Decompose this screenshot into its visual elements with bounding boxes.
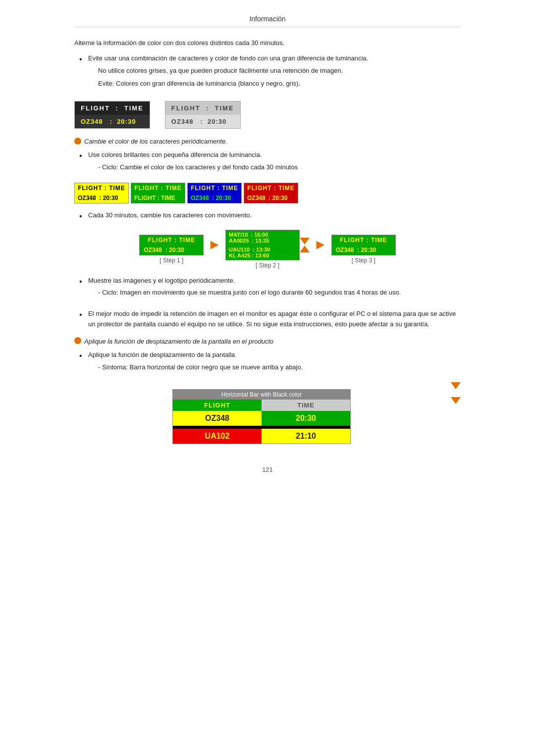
step2-header: MAT/10 : 16:00AA0025 : 13:35: [226, 230, 299, 245]
sub-bullet-1a: No utilice colores grises, ya que pueden…: [98, 66, 461, 76]
bullet-3-content: Cada 30 minutos, cambie los caracteres c…: [88, 210, 461, 221]
bullet-5: • El mejor modo de impedir la retención …: [79, 309, 461, 330]
bullet-6: • Aplique la función de desplazamiento d…: [79, 350, 461, 376]
hbar-row2: UA102 21:10: [173, 429, 350, 444]
step1-label: [ Step 1 ]: [160, 257, 183, 264]
flight-box-light-header: FLIGHT : TIME: [165, 101, 240, 115]
bullet-dot-6: •: [79, 351, 88, 361]
step-2-group: MAT/10 : 16:00AA0025 : 13:35 UAU110 : 13…: [225, 230, 310, 269]
cycle-box-1-header: FLIGHT : TIME: [75, 183, 128, 193]
flight-box-dark-header: FLIGHT : TIME: [75, 101, 150, 115]
hbar-col1-header: FLIGHT: [173, 400, 262, 411]
cycle-box-4: FLIGHT : TIME OZ348 : 20:30: [244, 183, 298, 203]
demo-row-1: FLIGHT : TIME OZ348 : 20:30 FLIGHT : TIM…: [74, 101, 461, 129]
step-1-group: FLIGHT : TIME OZ348 : 20:30 [ Step 1 ]: [139, 235, 204, 264]
hbar-header-row: FLIGHT TIME: [173, 400, 350, 411]
cycle-box-2-header: FLIGHT : TIME: [131, 183, 185, 193]
hbar-demo-wrapper: Horizontal Bar with Black color FLIGHT T…: [74, 382, 461, 451]
step3-label: [ Step 3 ]: [352, 257, 375, 264]
bullet-6-content: Aplique la función de desplazamiento de …: [88, 350, 461, 376]
flight-box-light-data: OZ348 : 20:30: [165, 115, 240, 128]
hbar-arrow-2: [451, 397, 461, 404]
cycle-box-1: FLIGHT : TIME OZ348 : 20:30: [74, 183, 129, 203]
flight-box-dark: FLIGHT : TIME OZ348 : 20:30: [74, 101, 150, 129]
arrow-up-1: [300, 246, 310, 252]
cycle-box-2: FLIGHT : TIME FLIGHT : TIME: [131, 183, 185, 203]
bullet-dot-1: •: [79, 54, 88, 65]
cycle-box-3: FLIGHT : TIME OZ348 : 20:30: [187, 183, 242, 203]
hbar-title: Horizontal Bar with Black color: [173, 390, 350, 400]
step2-with-arrows: MAT/10 : 16:00AA0025 : 13:35 UAU110 : 13…: [225, 230, 310, 260]
step3-data: OZ348 : 20:30: [332, 245, 395, 255]
italic-note-1: Cambie el color de los caracteres periód…: [74, 138, 461, 145]
hbar-row1-col2: 20:30: [262, 411, 350, 426]
sub-bullet-2a: - Ciclo: Cambie el color de los caracter…: [98, 162, 461, 173]
step3-header: FLIGHT : TIME: [332, 235, 395, 245]
hbar-row2-col1: UA102: [173, 429, 262, 444]
bullet-2: • Use colores brillantes con pequeña dif…: [79, 150, 461, 176]
step-box-2: MAT/10 : 16:00AA0025 : 13:35 UAU110 : 13…: [225, 230, 300, 260]
bullet-2-content: Use colores brillantes con pequeña difer…: [88, 150, 461, 176]
arrow-right-1: ►: [208, 237, 221, 252]
flight-box-light: FLIGHT : TIME OZ348 : 20:30: [165, 101, 241, 129]
bullet-1-content: Evite usar una combinación de caracteres…: [88, 53, 461, 92]
flight-box-dark-data: OZ348 : 20:30: [75, 115, 150, 128]
cycle-row: FLIGHT : TIME OZ348 : 20:30 FLIGHT : TIM…: [74, 183, 461, 203]
cycle-box-4-header: FLIGHT : TIME: [244, 183, 298, 193]
bullet-dot-3: •: [79, 211, 88, 222]
cycle-box-3-header: FLIGHT : TIME: [188, 183, 241, 193]
step-box-3: FLIGHT : TIME OZ348 : 20:30: [331, 235, 396, 255]
page-number: 121: [74, 466, 461, 473]
bullet-5-content: El mejor modo de impedir la retención de…: [88, 309, 461, 330]
bullet-dot-5: •: [79, 310, 88, 320]
sub-bullet-4a: - Ciclo: Imagen en movimiento que se mue…: [98, 288, 461, 298]
step-row: FLIGHT : TIME OZ348 : 20:30 [ Step 1 ] ►…: [74, 230, 461, 269]
step1-data: OZ348 : 20:30: [140, 245, 203, 255]
step2-arrows: [300, 238, 310, 252]
step-box-1: FLIGHT : TIME OZ348 : 20:30: [139, 235, 204, 255]
intro-text: Alterne la información de color con dos …: [74, 38, 461, 49]
bullet-4: • Muestre las imágenes y el logotipo per…: [79, 276, 461, 302]
step-3-group: FLIGHT : TIME OZ348 : 20:30 [ Step 3 ]: [331, 235, 396, 264]
cycle-box-2-data: FLIGHT : TIME: [131, 193, 185, 203]
arrow-right-2: ►: [314, 237, 327, 252]
page-title: Información: [74, 15, 461, 27]
bullet-4-content: Muestre las imágenes y el logotipo perió…: [88, 276, 461, 302]
step2-label: [ Step 2 ]: [256, 262, 279, 269]
italic-note-2: Aplique la función de desplazamiento de …: [74, 338, 461, 345]
hbar-row1: OZ348 20:30: [173, 411, 350, 426]
step1-header: FLIGHT : TIME: [140, 235, 203, 245]
hbar-row1-col1: OZ348: [173, 411, 262, 426]
bullet-1: • Evite usar una combinación de caracter…: [79, 53, 461, 92]
arrow-down-1: [300, 238, 310, 245]
cycle-box-1-data: OZ348 : 20:30: [75, 193, 128, 203]
hbar-arrow-1: [451, 382, 461, 389]
cycle-box-3-data: OZ348 : 20:30: [188, 193, 241, 203]
bullet-3: • Cada 30 minutos, cambie los caracteres…: [79, 210, 461, 222]
hbar-col2-header: TIME: [262, 400, 350, 411]
hbar-demo: Horizontal Bar with Black color FLIGHT T…: [172, 389, 351, 444]
bullet-dot-2: •: [79, 151, 88, 161]
step2-data: UAU110 : 13:30KL A425 : 13:60: [226, 245, 299, 260]
hbar-arrows: [451, 382, 461, 404]
bullet-dot-4: •: [79, 277, 88, 287]
orange-circle-1: [74, 138, 81, 145]
cycle-box-4-data: OZ348 : 20:30: [244, 193, 298, 203]
hbar-row2-col2: 21:10: [262, 429, 350, 444]
orange-circle-2: [74, 337, 81, 344]
sub-bullet-1b: Evite: Colores con gran diferencia de lu…: [98, 79, 461, 89]
sub-bullet-6a: - Síntoma: Barra horizontal de color neg…: [98, 362, 461, 373]
